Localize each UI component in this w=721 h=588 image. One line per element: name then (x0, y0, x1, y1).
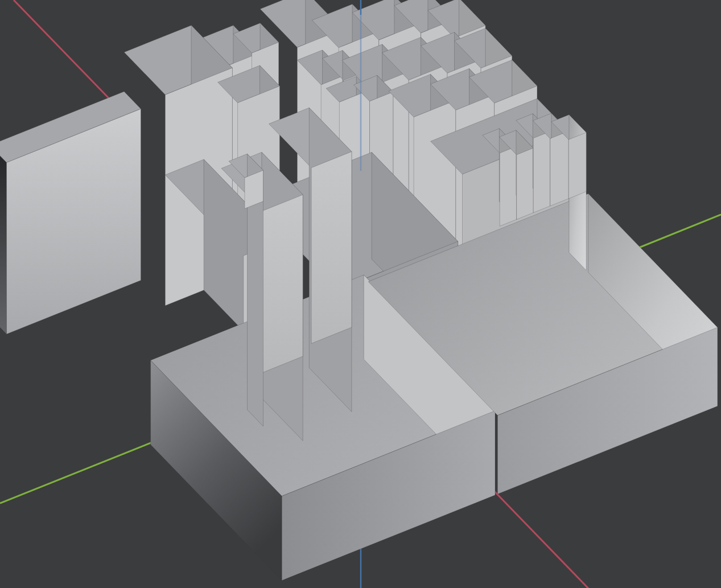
strip-3-front-face (533, 131, 550, 213)
strip-1-front-face (500, 146, 517, 226)
scene-canvas (0, 0, 721, 588)
3d-viewport[interactable] (0, 0, 721, 588)
strip-5-front-face (568, 133, 586, 199)
tower-2-front-face (311, 151, 352, 343)
strip-4-front-face (550, 131, 569, 206)
strip-2-front-face (517, 148, 534, 219)
left-block-left-face (0, 145, 7, 334)
tower-1-front-face (262, 195, 303, 372)
